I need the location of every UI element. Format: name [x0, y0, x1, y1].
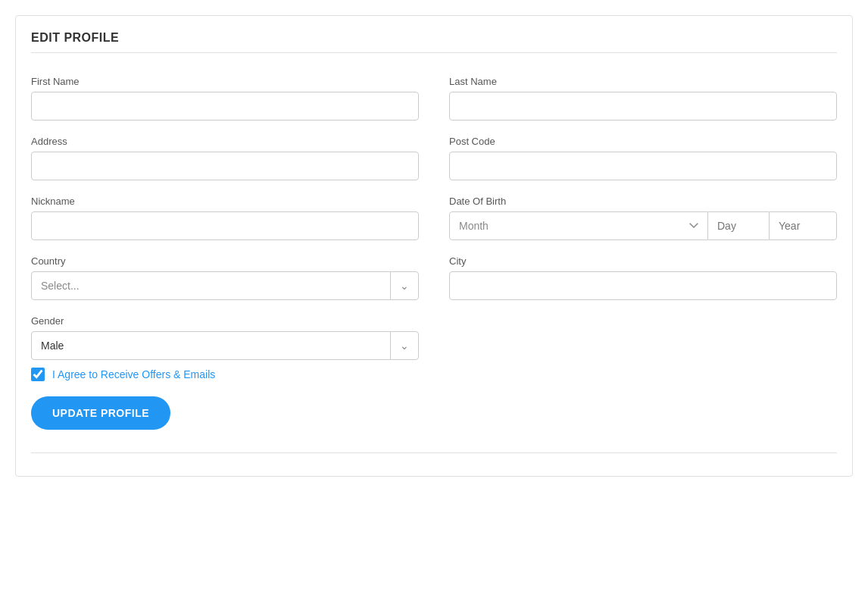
dob-year-input[interactable] [769, 211, 837, 240]
checkbox-row: I Agree to Receive Offers & Emails [31, 368, 837, 381]
country-select[interactable]: Select... United StatesUnited KingdomCan… [32, 272, 418, 299]
first-name-group: First Name [31, 76, 419, 121]
dob-day-input[interactable] [708, 211, 769, 240]
gender-select[interactable]: Male Female Other [32, 332, 418, 359]
address-input[interactable] [31, 152, 419, 180]
first-name-label: First Name [31, 76, 419, 87]
country-label: Country [31, 255, 419, 267]
nickname-label: Nickname [31, 196, 419, 207]
page-title: EDIT PROFILE [31, 31, 837, 45]
dob-container: Month JanuaryFebruaryMarchAprilMayJuneJu… [449, 211, 837, 240]
address-label: Address [31, 136, 419, 147]
bottom-divider [31, 452, 837, 453]
country-group: Country Select... United StatesUnited Ki… [31, 255, 419, 300]
gender-label: Gender [31, 315, 419, 327]
select-divider [390, 272, 391, 299]
last-name-input[interactable] [449, 92, 837, 121]
gender-select-wrapper: Male Female Other ⌄ [31, 331, 419, 360]
offers-checkbox-label[interactable]: I Agree to Receive Offers & Emails [52, 368, 215, 380]
dob-label: Date Of Birth [449, 196, 837, 207]
update-profile-button[interactable]: UPDATE PROFILE [31, 396, 170, 430]
dob-group: Date Of Birth Month JanuaryFebruaryMarch… [449, 196, 837, 240]
gender-select-divider [390, 332, 391, 359]
offers-checkbox[interactable] [31, 368, 45, 381]
title-divider [31, 52, 837, 53]
nickname-group: Nickname [31, 196, 419, 240]
post-code-label: Post Code [449, 136, 837, 147]
last-name-label: Last Name [449, 76, 837, 87]
dob-month-select[interactable]: Month JanuaryFebruaryMarchAprilMayJuneJu… [449, 211, 708, 240]
page-container: EDIT PROFILE First Name Last Name Addres… [15, 15, 853, 477]
first-name-input[interactable] [31, 92, 419, 121]
city-label: City [449, 255, 837, 267]
address-group: Address [31, 136, 419, 180]
last-name-group: Last Name [449, 76, 837, 121]
post-code-input[interactable] [449, 152, 837, 180]
city-group: City [449, 255, 837, 300]
post-code-group: Post Code [449, 136, 837, 180]
city-input[interactable] [449, 271, 837, 300]
form-grid: First Name Last Name Address Post Code N… [31, 76, 837, 360]
nickname-input[interactable] [31, 211, 419, 240]
empty-cell [449, 315, 837, 360]
country-select-wrapper: Select... United StatesUnited KingdomCan… [31, 271, 419, 300]
gender-group: Gender Male Female Other ⌄ [31, 315, 419, 360]
